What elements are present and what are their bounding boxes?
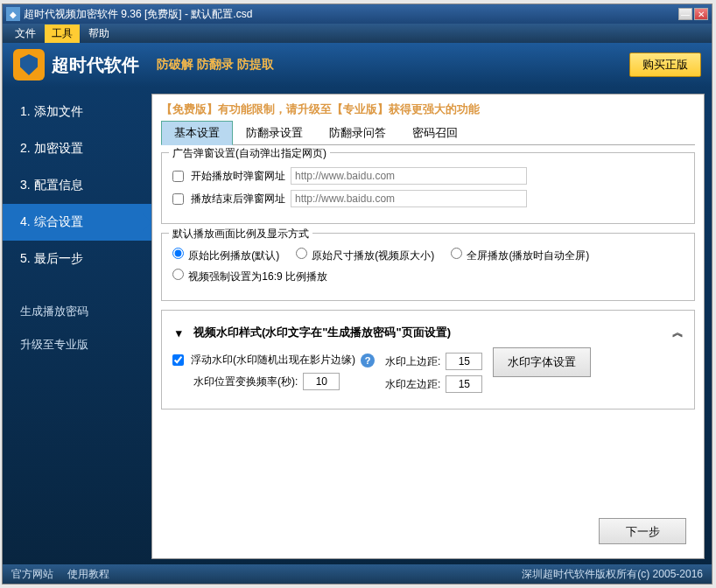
group-watermark: ▾ 视频水印样式(水印文字在"生成播放密码"页面设置) ︽ 浮动水印(水印随机出… [161,310,695,410]
radio-fullscreen-label: 全屏播放(播放时自动全屏) [467,249,589,262]
group-display-title: 默认播放画面比例及显示方式 [169,227,312,242]
input-top-margin[interactable] [446,353,482,370]
cb-float-watermark-label: 浮动水印(水印随机出现在影片边缘) [191,353,355,368]
titlebar: ◆ 超时代视频加密软件 9.36 [免费版] - 默认配置.csd — ✕ [3,4,712,24]
upgrade-notice: 【免费版】有功能限制，请升级至【专业版】获得更强大的功能 [161,102,695,117]
left-margin-label: 水印左边距: [385,377,440,392]
footer-copyright: 深圳超时代软件版权所有(c) 2005-2016 [522,567,703,582]
input-popup-end-url[interactable] [291,190,527,207]
tab-password-recall[interactable]: 密码召回 [399,121,471,145]
tab-anti-record-qa[interactable]: 防翻录问答 [316,121,399,145]
menu-tools[interactable]: 工具 [45,24,80,43]
banner: 超时代软件 防破解 防翻录 防提取 购买正版 [3,43,712,87]
radio-original-ratio[interactable] [172,248,184,259]
window-title: 超时代视频加密软件 9.36 [免费版] - 默认配置.csd [24,7,678,22]
group-popup: 广告弹窗设置(自动弹出指定网页) 开始播放时弹窗网址 播放结束后弹窗网址 [161,152,695,224]
menu-file[interactable]: 文件 [8,24,43,43]
banner-subtitle: 防破解 防翻录 防提取 [157,57,629,73]
content-panel: 【免费版】有功能限制，请升级至【专业版】获得更强大的功能 基本设置 防翻录设置 … [151,94,705,559]
sidebar: 1. 添加文件 2. 加密设置 3. 配置信息 4. 综合设置 5. 最后一步 … [3,87,151,566]
app-icon: ◆ [6,7,20,21]
sidebar-generate-password[interactable]: 生成播放密码 [3,295,151,328]
sidebar-last-step[interactable]: 5. 最后一步 [3,241,151,277]
input-freq[interactable] [303,373,340,390]
cb-popup-end-label: 播放结束后弹窗网址 [191,192,285,206]
cb-popup-start[interactable] [172,171,184,182]
menu-help[interactable]: 帮助 [81,24,116,43]
group-watermark-title: 视频水印样式(水印文字在"生成播放密码"页面设置) [193,325,451,340]
radio-force-169-label: 视频强制设置为16:9 比例播放 [188,270,327,283]
banner-title: 超时代软件 [52,53,139,77]
cb-float-watermark[interactable] [172,354,184,366]
radio-original-ratio-label: 原始比例播放(默认) [188,249,279,262]
sidebar-encrypt-settings[interactable]: 2. 加密设置 [3,130,151,167]
input-left-margin[interactable] [446,375,482,393]
sidebar-add-files[interactable]: 1. 添加文件 [3,94,151,130]
font-settings-button[interactable]: 水印字体设置 [493,347,591,377]
top-margin-label: 水印上边距: [385,354,440,369]
radio-original-size-label: 原始尺寸播放(视频原大小) [312,249,434,262]
sidebar-general-settings[interactable]: 4. 综合设置 [3,204,151,241]
footer-site-link[interactable]: 官方网站 [11,567,53,582]
cb-popup-end[interactable] [172,193,184,205]
group-popup-title: 广告弹窗设置(自动弹出指定网页) [169,146,330,161]
logo-icon [13,49,45,80]
buy-button[interactable]: 购买正版 [629,52,701,77]
menubar: 文件 工具 帮助 [3,24,712,43]
tab-basic[interactable]: 基本设置 [161,121,233,145]
footer-tutorial-link[interactable]: 使用教程 [67,567,109,582]
radio-fullscreen[interactable] [451,248,462,259]
close-button[interactable]: ✕ [694,8,708,20]
tabs: 基本设置 防翻录设置 防翻录问答 密码召回 [161,121,695,145]
freq-label: 水印位置变换频率(秒): [193,374,298,389]
tab-anti-record[interactable]: 防翻录设置 [233,121,316,145]
sidebar-config-info[interactable]: 3. 配置信息 [3,167,151,204]
group-display: 默认播放画面比例及显示方式 原始比例播放(默认) 原始尺寸播放(视频原大小) 全… [161,233,695,301]
help-icon[interactable]: ? [361,354,375,368]
input-popup-start-url[interactable] [291,167,527,185]
next-button[interactable]: 下一步 [599,518,686,544]
sidebar-upgrade[interactable]: 升级至专业版 [3,328,151,361]
expand-icon[interactable]: ▾ [172,326,185,340]
radio-original-size[interactable] [296,248,307,259]
minimize-button[interactable]: — [678,8,692,20]
cb-popup-start-label: 开始播放时弹窗网址 [191,169,285,184]
footer: 官方网站 使用教程 深圳超时代软件版权所有(c) 2005-2016 [3,564,712,584]
radio-force-169[interactable] [172,269,184,280]
collapse-icon[interactable]: ︽ [672,325,684,340]
